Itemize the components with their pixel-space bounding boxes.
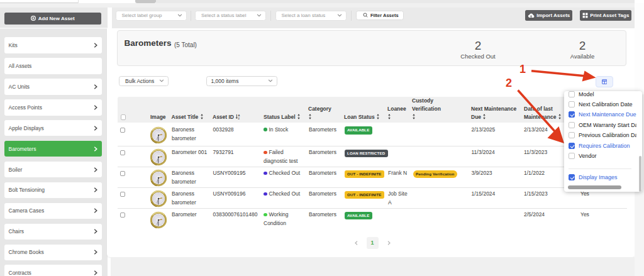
svg-text:Z: Z (238, 117, 240, 119)
